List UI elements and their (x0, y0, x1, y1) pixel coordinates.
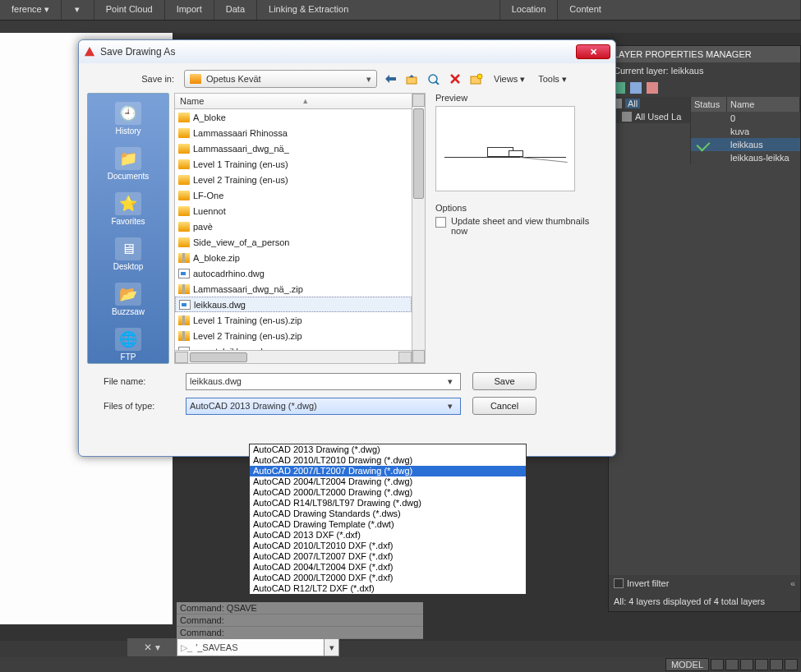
chevron-down-icon[interactable]: ▾ (444, 376, 457, 387)
file-row[interactable]: Level 1 Training (en-us) (175, 156, 412, 172)
filetype-combo[interactable]: AutoCAD 2013 Drawing (*.dwg)▾ (186, 398, 461, 415)
scroll-track[interactable] (412, 107, 425, 350)
close-button[interactable]: ✕ (576, 44, 610, 59)
ribbon-tab-location[interactable]: Location (500, 0, 559, 20)
snap-icon[interactable] (725, 659, 739, 670)
layer-row[interactable]: leikkaus-leikka (691, 151, 800, 164)
file-row[interactable]: maastoleikkaus.dwg (175, 343, 412, 351)
cancel-button[interactable]: Cancel (472, 397, 536, 415)
ribbon-tab-import[interactable]: Import (165, 0, 214, 20)
file-list-vscroll[interactable]: ▴ ▾ (412, 93, 426, 364)
scroll-left-button[interactable]: ◂ (175, 352, 188, 363)
file-row[interactable]: LF-One (175, 187, 412, 203)
filetype-option[interactable]: AutoCAD 2000/LT2000 Drawing (*.dwg) (250, 487, 526, 498)
layer-row[interactable]: leikkaus (691, 138, 800, 151)
filetype-option[interactable]: AutoCAD 2004/LT2004 DXF (*.dxf) (250, 562, 526, 573)
close-icon[interactable]: ✕ (144, 642, 152, 653)
places-desktop[interactable]: 🖥Desktop (88, 234, 168, 279)
file-row[interactable]: Lammassaari_dwg_nä_ (175, 140, 412, 156)
search-web-button[interactable] (426, 71, 441, 86)
layer-delete-icon[interactable] (647, 82, 658, 94)
ribbon-tab-pointcloud[interactable]: Point Cloud (94, 0, 165, 20)
filetype-option[interactable]: AutoCAD 2007/LT2007 DXF (*.dxf) (250, 551, 526, 562)
chevron-icon[interactable]: ▾ (155, 642, 160, 653)
command-handle[interactable]: ✕▾ (127, 638, 177, 656)
filetype-dropdown-list[interactable]: AutoCAD 2013 Drawing (*.dwg)AutoCAD 2010… (249, 444, 527, 595)
file-row[interactable]: pavè (175, 219, 412, 234)
file-list-header[interactable]: Name▲ (174, 93, 412, 109)
savein-combo[interactable]: Opetus Kevät ▾ (184, 70, 377, 88)
places-buzzsaw[interactable]: 📂Buzzsaw (88, 279, 168, 324)
ribbon-tab-data[interactable]: Data (214, 0, 257, 20)
save-button[interactable]: Save (472, 372, 536, 390)
scroll-track[interactable] (188, 352, 398, 363)
file-row[interactable]: Level 2 Training (en-us) (175, 172, 412, 187)
filetype-option[interactable]: AutoCAD 2013 DXF (*.dxf) (250, 530, 526, 541)
scroll-thumb[interactable] (413, 108, 424, 199)
filetype-option[interactable]: AutoCAD R14/LT98/LT97 Drawing (*.dwg) (250, 498, 526, 509)
dropdown-icon[interactable] (740, 659, 753, 670)
filetype-option[interactable]: AutoCAD Drawing Standards (*.dws) (250, 509, 526, 519)
file-row[interactable]: A_bloke (175, 109, 412, 125)
update-thumbnails-checkbox[interactable] (435, 217, 446, 228)
file-row[interactable]: Level 1 Training (en-us).zip (175, 312, 412, 328)
ribbon-tab-linking[interactable]: Linking & Extraction (257, 0, 500, 20)
file-row[interactable]: Level 2 Training (en-us).zip (175, 328, 412, 343)
file-row[interactable]: Luennot (175, 203, 412, 219)
file-row[interactable]: autocadrhino.dwg (175, 265, 412, 281)
svg-rect-1 (407, 77, 417, 84)
filetype-option[interactable]: AutoCAD R12/LT2 DXF (*.dxf) (250, 583, 526, 594)
filter-all[interactable]: All (609, 97, 690, 110)
filetype-option[interactable]: AutoCAD 2010/LT2010 Drawing (*.dwg) (250, 455, 526, 466)
scroll-down-button[interactable]: ▾ (412, 350, 425, 363)
layer-row[interactable]: 0 (691, 112, 800, 125)
places-favorites[interactable]: ⭐Favorites (88, 189, 168, 234)
filetype-option[interactable]: AutoCAD 2007/LT2007 Drawing (*.dwg) (250, 466, 526, 476)
scroll-up-button[interactable]: ▴ (412, 94, 425, 107)
dialog-titlebar[interactable]: Save Drawing As ✕ (79, 40, 615, 63)
tools-menu[interactable]: Tools▾ (535, 74, 570, 85)
file-row[interactable]: Lammassaari_dwg_nä_.zip (175, 281, 412, 297)
ribbon-tab-expand[interactable]: ▾ (62, 0, 94, 20)
back-button[interactable] (384, 71, 398, 86)
new-folder-button[interactable] (469, 71, 484, 86)
filetype-option[interactable]: AutoCAD 2010/LT2010 DXF (*.dxf) (250, 541, 526, 551)
command-dropdown[interactable]: ▾ (325, 638, 339, 656)
filetype-option[interactable]: AutoCAD 2004/LT2004 Drawing (*.dwg) (250, 476, 526, 487)
file-row[interactable]: A_bloke.zip (175, 250, 412, 265)
layer-states-icon[interactable] (630, 82, 642, 94)
filter-all-used[interactable]: All Used La (609, 110, 690, 123)
places-history[interactable]: 🕘History (88, 99, 168, 144)
ribbon-tab-content[interactable]: Content (558, 0, 801, 20)
invert-filter-row[interactable]: Invert filter « (609, 575, 800, 591)
dwg-icon (179, 300, 191, 310)
model-button[interactable]: MODEL (665, 658, 709, 671)
scroll-thumb[interactable] (190, 352, 247, 362)
scroll-right-button[interactable]: ▸ (398, 352, 412, 363)
maximize-icon[interactable] (755, 659, 768, 670)
layer-row[interactable]: kuva (691, 125, 800, 138)
collapse-icon[interactable]: « (790, 578, 795, 588)
filetype-option[interactable]: AutoCAD 2013 Drawing (*.dwg) (250, 444, 526, 455)
col-name[interactable]: Name (727, 97, 800, 112)
invert-filter-checkbox[interactable] (614, 578, 624, 588)
places-ftp[interactable]: 🌐FTP (88, 324, 168, 370)
places-documents[interactable]: 📁Documents (88, 144, 168, 189)
command-input[interactable]: ▷_'_SAVEAS (177, 638, 325, 656)
up-folder-button[interactable] (405, 71, 420, 86)
file-row[interactable]: leikkaus.dwg (175, 297, 412, 312)
customize-icon[interactable] (785, 659, 798, 670)
col-status[interactable]: Status (691, 97, 727, 112)
chevron-down-icon[interactable]: ▾ (444, 401, 457, 412)
delete-button[interactable] (448, 71, 463, 86)
file-list-hscroll[interactable]: ◂ ▸ (174, 351, 412, 364)
file-row[interactable]: Side_view_of_a_person (175, 234, 412, 250)
views-menu[interactable]: Views▾ (490, 74, 528, 85)
clean-icon[interactable] (770, 659, 783, 670)
ribbon-tab-reference[interactable]: ference ▾ (0, 0, 62, 20)
filetype-option[interactable]: AutoCAD Drawing Template (*.dwt) (250, 519, 526, 530)
filetype-option[interactable]: AutoCAD 2000/LT2000 DXF (*.dxf) (250, 573, 526, 583)
grid-icon[interactable] (711, 659, 724, 670)
filename-input[interactable]: leikkaus.dwg▾ (186, 373, 461, 390)
file-row[interactable]: Lammassaari Rhinossa (175, 125, 412, 140)
